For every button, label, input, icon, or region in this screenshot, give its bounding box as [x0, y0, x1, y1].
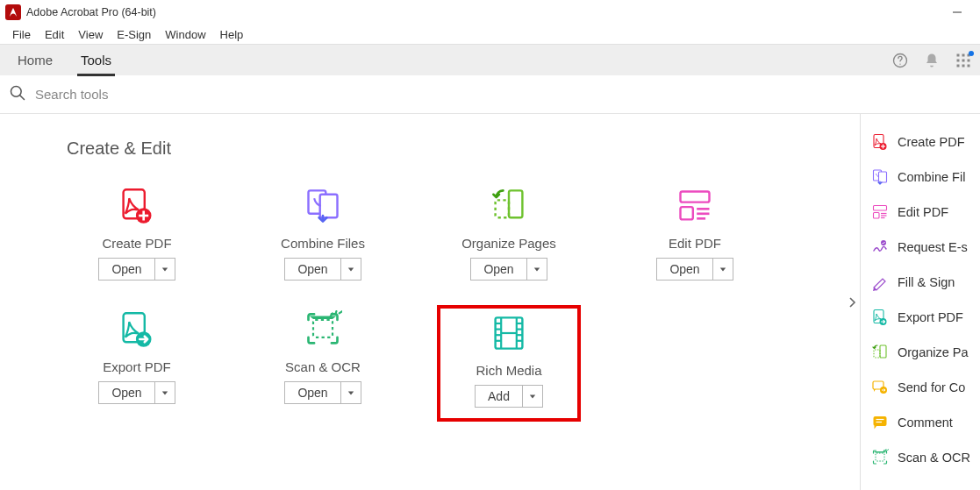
tool-action-button[interactable]: Open	[657, 259, 712, 280]
tool-action-dropdown[interactable]	[341, 259, 361, 280]
export-pdf-icon	[871, 309, 889, 326]
menubar: File Edit View E-Sign Window Help	[0, 25, 980, 44]
sidebar-item-organize[interactable]: Organize Pa	[868, 335, 980, 370]
tool-label: Rich Media	[476, 363, 541, 378]
sidebar-item-edit-pdf[interactable]: Edit PDF	[868, 195, 980, 230]
svg-rect-5	[968, 53, 970, 56]
tool-card-rich-media[interactable]: Rich MediaAdd	[439, 307, 579, 420]
tool-card-edit-pdf[interactable]: Edit PDFOpen	[625, 183, 765, 284]
tool-action-button[interactable]: Open	[471, 259, 526, 280]
titlebar-left: Adobe Acrobat Pro (64-bit)	[5, 4, 156, 20]
tool-action-scan-ocr: Open	[284, 381, 361, 404]
tool-label: Export PDF	[103, 359, 171, 374]
tool-card-combine-files[interactable]: Combine FilesOpen	[253, 183, 393, 284]
sidebar-item-label: Edit PDF	[898, 205, 948, 219]
svg-marker-20	[530, 394, 535, 398]
sidebar-item-export-pdf[interactable]: Export PDF	[868, 300, 980, 335]
svg-marker-17	[719, 267, 725, 271]
sidebar-item-combine[interactable]: Combine Fil	[868, 160, 980, 195]
svg-rect-3	[957, 53, 960, 56]
svg-marker-16	[533, 267, 539, 271]
create-pdf-icon	[871, 133, 889, 151]
svg-marker-19	[347, 391, 353, 394]
side-panel: Create PDFCombine FilEdit PDFRequest E-s…	[860, 114, 980, 490]
tool-action-button[interactable]: Open	[285, 259, 340, 280]
svg-marker-15	[347, 267, 353, 271]
search-bar	[0, 75, 980, 114]
svg-rect-7	[962, 59, 965, 61]
search-icon	[9, 84, 26, 104]
tool-card-create-pdf[interactable]: Create PDFOpen	[67, 183, 207, 284]
svg-line-13	[20, 96, 25, 100]
svg-point-2	[899, 63, 900, 64]
tool-action-button[interactable]: Add	[476, 386, 523, 407]
svg-rect-10	[962, 64, 965, 67]
tab-home[interactable]: Home	[9, 45, 61, 75]
tool-action-combine-files: Open	[284, 258, 361, 281]
help-icon[interactable]	[891, 51, 910, 70]
sidebar-item-send-comments[interactable]: Send for Co	[868, 370, 980, 405]
tab-bar-right	[891, 45, 973, 75]
sidebar-item-label: Request E-s	[898, 240, 968, 254]
tool-action-dropdown[interactable]	[341, 382, 361, 403]
menu-window[interactable]: Window	[158, 26, 212, 43]
organize-pages-icon	[490, 187, 528, 225]
sidebar-item-scan-ocr[interactable]: Scan & OCR	[868, 440, 980, 475]
tool-action-dropdown[interactable]	[523, 386, 542, 407]
tool-action-dropdown[interactable]	[527, 259, 547, 280]
acrobat-app-icon	[5, 4, 21, 20]
tool-action-button[interactable]: Open	[99, 259, 154, 280]
tab-tools[interactable]: Tools	[72, 45, 120, 75]
section-title: Create & Edit	[67, 138, 844, 159]
edit-pdf-icon	[871, 203, 889, 221]
tool-card-export-pdf[interactable]: Export PDFOpen	[67, 307, 207, 420]
bell-icon[interactable]	[922, 51, 941, 70]
tool-action-button[interactable]: Open	[99, 382, 154, 403]
sidebar-item-label: Combine Fil	[898, 170, 965, 184]
tool-action-dropdown[interactable]	[713, 259, 733, 280]
tool-action-dropdown[interactable]	[155, 382, 175, 403]
sidebar-item-label: Send for Co	[898, 380, 965, 394]
svg-rect-4	[962, 53, 965, 56]
tool-action-button[interactable]: Open	[285, 382, 340, 403]
edit-pdf-icon	[676, 187, 714, 225]
sidebar-item-comment[interactable]: Comment	[868, 405, 980, 440]
sidebar-item-label: Comment	[898, 415, 953, 430]
svg-rect-8	[968, 59, 970, 61]
sidebar-item-fill-sign[interactable]: Fill & Sign	[868, 265, 980, 300]
svg-rect-6	[957, 59, 960, 61]
send-comments-icon	[871, 379, 889, 396]
tool-label: Edit PDF	[669, 236, 721, 251]
main-scroll[interactable]: Create & Edit Create PDFOpenCombine File…	[0, 114, 844, 490]
tool-label: Combine Files	[281, 236, 365, 251]
tool-action-create-pdf: Open	[98, 258, 175, 281]
window-controls	[940, 3, 975, 22]
scan-ocr-icon	[871, 449, 889, 466]
rich-media-icon	[490, 314, 528, 352]
sidebar-item-request-es[interactable]: Request E-s	[868, 230, 980, 265]
search-input[interactable]	[33, 86, 971, 103]
create-pdf-icon	[118, 187, 156, 225]
combine-files-icon	[871, 168, 889, 186]
minimize-button[interactable]	[940, 3, 975, 22]
menu-file[interactable]: File	[5, 26, 38, 43]
sidebar-item-create-pdf[interactable]: Create PDF	[868, 124, 980, 160]
tool-card-scan-ocr[interactable]: Scan & OCROpen	[253, 307, 393, 420]
apps-grid-icon[interactable]	[954, 51, 973, 70]
sidebar-item-label: Export PDF	[898, 310, 963, 324]
app-window: Adobe Acrobat Pro (64-bit) File Edit Vie…	[0, 0, 980, 490]
menu-help[interactable]: Help	[213, 26, 251, 43]
tool-action-dropdown[interactable]	[155, 259, 175, 280]
svg-marker-18	[161, 391, 167, 394]
body: Create & Edit Create PDFOpenCombine File…	[0, 114, 980, 490]
collapse-sidebar-button[interactable]	[844, 114, 860, 490]
sidebar-item-label: Fill & Sign	[898, 275, 955, 289]
request-sign-icon	[871, 238, 889, 256]
tool-action-rich-media: Add	[475, 385, 543, 408]
fill-sign-icon	[871, 273, 889, 291]
menu-view[interactable]: View	[71, 26, 110, 43]
tool-card-organize-pages[interactable]: Organize PagesOpen	[439, 183, 579, 284]
menu-edit[interactable]: Edit	[38, 26, 71, 43]
menu-esign[interactable]: E-Sign	[110, 26, 158, 43]
scan-ocr-icon	[304, 310, 342, 349]
